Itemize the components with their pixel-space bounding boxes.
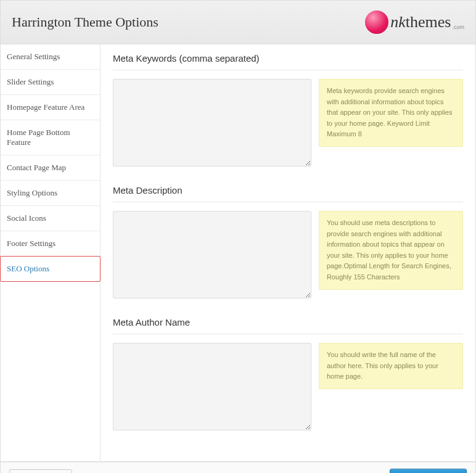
logo-icon: [364, 9, 390, 35]
section-meta-description: Meta Description You should use meta des…: [113, 185, 463, 298]
section-title: Meta Description: [113, 185, 463, 202]
footer-bar: Reset Options Save All Changes: [0, 462, 476, 473]
section-title: Meta Author Name: [113, 317, 463, 334]
sidebar-item-social-icons[interactable]: Social Icons: [1, 206, 100, 231]
page-title: Harrington Theme Options: [12, 14, 158, 30]
sidebar-item-footer-settings[interactable]: Footer Settings: [1, 231, 100, 257]
meta-author-help: You should write the full name of the au…: [319, 343, 463, 389]
meta-keywords-input[interactable]: [113, 79, 311, 167]
reset-options-button[interactable]: Reset Options: [9, 469, 72, 473]
logo-domain: .com: [452, 24, 464, 35]
meta-description-help: You should use meta descriptions to prov…: [319, 211, 463, 290]
content-area: Meta Keywords (comma separated) Meta key…: [101, 44, 475, 461]
section-title: Meta Keywords (comma separated): [113, 53, 463, 70]
brand-logo: ınkthemes .com: [364, 9, 464, 35]
section-meta-author: Meta Author Name You should write the fu…: [113, 317, 463, 430]
meta-author-input[interactable]: [113, 343, 311, 430]
sidebar-item-styling-options[interactable]: Styling Options: [1, 181, 100, 206]
meta-description-input[interactable]: [113, 211, 311, 298]
sidebar: General Settings Slider Settings Homepag…: [1, 44, 101, 461]
sidebar-item-homepage-feature-area[interactable]: Homepage Feature Area: [1, 95, 100, 120]
meta-keywords-help: Meta keywords provide search engines wit…: [319, 79, 463, 147]
header-bar: Harrington Theme Options ınkthemes .com: [0, 0, 476, 44]
save-all-changes-button[interactable]: Save All Changes: [390, 469, 467, 473]
sidebar-item-home-page-bottom-feature[interactable]: Home Page Bottom Feature: [1, 120, 100, 155]
section-meta-keywords: Meta Keywords (comma separated) Meta key…: [113, 53, 463, 167]
logo-text: ınkthemes: [386, 13, 451, 31]
sidebar-item-general-settings[interactable]: General Settings: [1, 44, 100, 70]
sidebar-item-contact-page-map[interactable]: Contact Page Map: [1, 155, 100, 181]
main-panel: General Settings Slider Settings Homepag…: [0, 44, 476, 462]
sidebar-item-seo-options[interactable]: SEO Options: [0, 256, 101, 282]
sidebar-item-slider-settings[interactable]: Slider Settings: [1, 70, 100, 95]
